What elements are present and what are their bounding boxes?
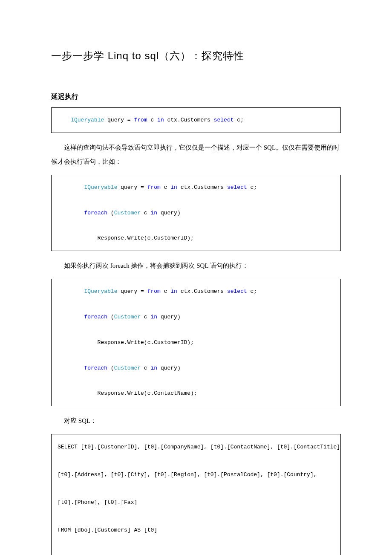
code-block-4: SELECT [t0].[CustomerID], [t0].[CompanyN… bbox=[51, 434, 341, 555]
code-token: ( bbox=[107, 210, 114, 216]
code-token: IQueryable bbox=[71, 117, 104, 123]
code-token: FROM [dbo].[Customers] AS [t0] bbox=[58, 527, 157, 533]
code-block-1: IQueryable query = from c in ctx.Custome… bbox=[51, 107, 341, 133]
code-token: c; bbox=[234, 117, 244, 123]
code-token: c bbox=[147, 117, 157, 123]
document-page: 一步一步学 Linq to sql（六）：探究特性 延迟执行 IQueryabl… bbox=[0, 0, 392, 555]
code-token: in bbox=[150, 210, 157, 216]
code-token: ctx.Customers bbox=[164, 117, 214, 123]
code-token: c; bbox=[247, 184, 257, 191]
code-token: c bbox=[141, 365, 150, 371]
paragraph-1: 这样的查询句法不会导致语句立即执行，它仅仅是一个描述，对应一个 SQL。仅仅在需… bbox=[51, 141, 341, 169]
code-token: Response.Write(c.CustomerID); bbox=[58, 235, 194, 241]
code-token: in bbox=[150, 314, 157, 320]
paragraph-2: 如果你执行两次 foreach 操作，将会捕获到两次 SQL 语句的执行： bbox=[51, 259, 341, 273]
code-token: c bbox=[161, 184, 170, 191]
code-token: in bbox=[150, 365, 157, 371]
code-token: in bbox=[170, 184, 177, 191]
code-token: c bbox=[161, 288, 170, 295]
code-token: ctx.Customers bbox=[177, 288, 227, 295]
code-token: query = bbox=[117, 288, 147, 295]
section-heading-delayed: 延迟执行 bbox=[51, 92, 341, 101]
code-token: foreach bbox=[84, 314, 107, 320]
code-token: query) bbox=[157, 210, 181, 216]
code-token: from bbox=[147, 184, 161, 191]
code-token: select bbox=[227, 184, 247, 191]
code-token: c bbox=[141, 210, 150, 216]
code-token: Customer bbox=[114, 365, 141, 371]
code-token: select bbox=[214, 117, 234, 123]
code-token: ctx.Customers bbox=[177, 184, 227, 191]
code-token: IQueryable bbox=[84, 288, 117, 295]
code-token: SELECT [t0].[CustomerID], [t0].[CompanyN… bbox=[58, 444, 341, 450]
code-token: foreach bbox=[84, 365, 107, 371]
code-token: query = bbox=[104, 117, 134, 123]
code-block-3: IQueryable query = from c in ctx.Custome… bbox=[51, 279, 341, 406]
code-token: foreach bbox=[84, 210, 107, 216]
code-token: from bbox=[134, 117, 147, 123]
code-token: IQueryable bbox=[84, 184, 117, 191]
code-token: from bbox=[147, 288, 161, 295]
code-token: [t0].[Address], [t0].[City], [t0].[Regio… bbox=[58, 471, 317, 478]
code-token: query) bbox=[157, 365, 181, 371]
code-token: ( bbox=[107, 314, 114, 320]
code-token: query = bbox=[117, 184, 147, 191]
page-title: 一步一步学 Linq to sql（六）：探究特性 bbox=[51, 49, 341, 63]
code-token: query) bbox=[157, 314, 181, 320]
code-token: Customer bbox=[114, 210, 141, 216]
code-token: Response.Write(c.CustomerID); bbox=[58, 339, 194, 346]
code-token: ( bbox=[107, 365, 114, 371]
code-token: c bbox=[141, 314, 150, 320]
code-token: c; bbox=[247, 288, 257, 295]
code-token: [t0].[Phone], [t0].[Fax] bbox=[58, 499, 137, 506]
code-token: in bbox=[157, 117, 164, 123]
code-block-2: IQueryable query = from c in ctx.Custome… bbox=[51, 175, 341, 251]
paragraph-3: 对应 SQL： bbox=[51, 414, 341, 428]
code-token: select bbox=[227, 288, 247, 295]
code-token: Response.Write(c.ContactName); bbox=[58, 390, 197, 396]
code-token: in bbox=[170, 288, 177, 295]
code-token: Customer bbox=[114, 314, 141, 320]
